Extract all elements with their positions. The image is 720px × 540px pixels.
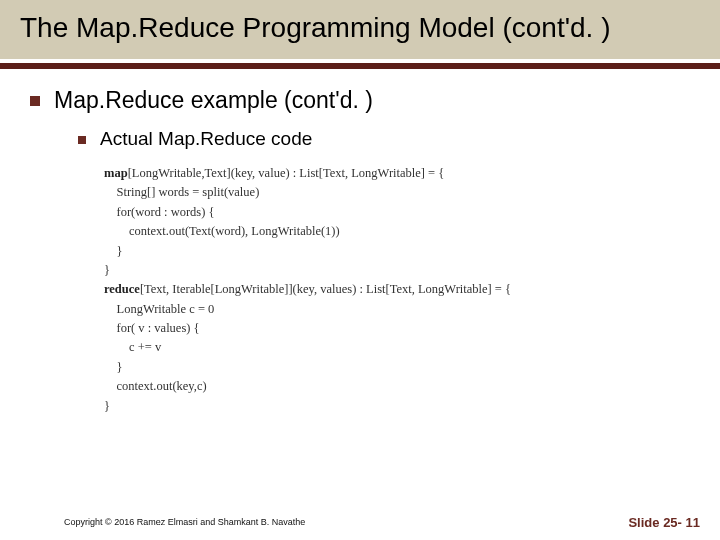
code-line: for(word : words) { xyxy=(104,205,215,219)
square-bullet-icon xyxy=(30,96,40,106)
bullet-level1: Map.Reduce example (cont'd. ) xyxy=(30,87,720,114)
code-line: context.out(Text(word), LongWritable(1)) xyxy=(104,224,340,238)
copyright-text: Copyright © 2016 Ramez Elmasri and Shamk… xyxy=(64,517,305,527)
code-line: } xyxy=(104,263,110,277)
title-band: The Map.Reduce Programming Model (cont'd… xyxy=(0,0,720,59)
code-keyword-reduce: reduce xyxy=(104,282,140,296)
footer: Copyright © 2016 Ramez Elmasri and Shamk… xyxy=(0,510,720,540)
content-area: Map.Reduce example (cont'd. ) Actual Map… xyxy=(0,69,720,540)
code-line: } xyxy=(104,244,123,258)
slide-number: Slide 25- 11 xyxy=(628,515,700,530)
square-bullet-icon xyxy=(78,136,86,144)
slide-title: The Map.Reduce Programming Model (cont'd… xyxy=(20,10,700,45)
code-line: c += v xyxy=(104,340,161,354)
code-line: [LongWritable,Text](key, value) : List[T… xyxy=(128,166,445,180)
code-line: } xyxy=(104,360,123,374)
code-keyword-map: map xyxy=(104,166,128,180)
bullet-level2-text: Actual Map.Reduce code xyxy=(100,128,312,150)
bullet-level1-text: Map.Reduce example (cont'd. ) xyxy=(54,87,373,114)
code-line: for( v : values) { xyxy=(104,321,200,335)
code-line: } xyxy=(104,399,110,413)
code-line: LongWritable c = 0 xyxy=(104,302,214,316)
code-line: String[] words = split(value) xyxy=(104,185,259,199)
code-block: map[LongWritable,Text](key, value) : Lis… xyxy=(104,164,720,416)
slide: The Map.Reduce Programming Model (cont'd… xyxy=(0,0,720,540)
bullet-level2: Actual Map.Reduce code xyxy=(78,128,720,150)
code-line: context.out(key,c) xyxy=(104,379,207,393)
code-line: [Text, Iterable[LongWritable]](key, valu… xyxy=(140,282,511,296)
